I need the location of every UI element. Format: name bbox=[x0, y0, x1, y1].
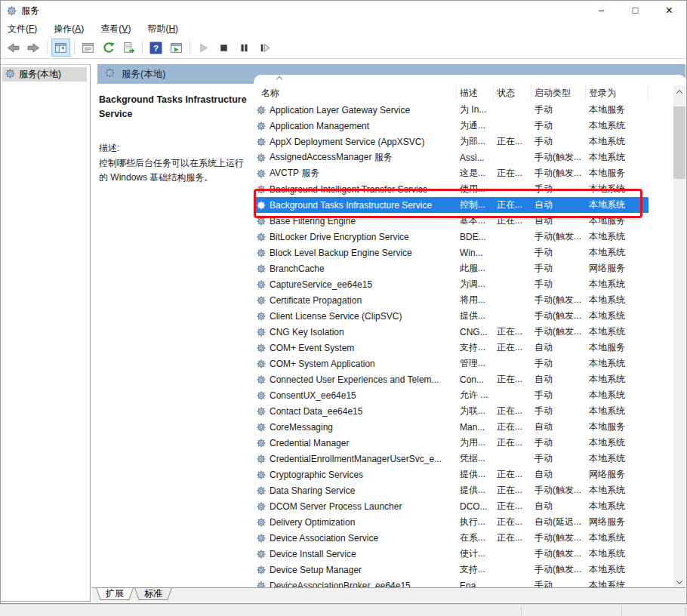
service-name: CredentialEnrollmentManagerUserSvc_e... bbox=[270, 454, 442, 464]
service-row[interactable]: ConsentUX_ee64e15允许 ...手动本地系统 bbox=[254, 387, 648, 403]
service-row[interactable]: Data Sharing Service提供...正在...手动(触发...本地… bbox=[254, 482, 648, 498]
tab-standard[interactable]: 标准 bbox=[140, 588, 166, 600]
service-row[interactable]: Certificate Propagation将用...手动(触发...本地系统 bbox=[254, 292, 648, 308]
service-row[interactable]: Application Management为通...手动本地系统 bbox=[254, 118, 648, 134]
tree-item-services-local[interactable]: 服务(本地) bbox=[2, 67, 87, 82]
service-logon: 本地服务 bbox=[586, 103, 648, 116]
service-row[interactable]: Device Install Service使计...手动(触发...本地系统 bbox=[254, 546, 648, 562]
service-status: 正在... bbox=[494, 436, 531, 449]
service-name: Application Management bbox=[270, 121, 369, 131]
service-logon: 本地系统 bbox=[586, 436, 648, 449]
window-title: 服务 bbox=[21, 5, 39, 17]
service-logon: 本地系统 bbox=[586, 294, 648, 306]
service-row[interactable]: Application Layer Gateway Service为 In...… bbox=[254, 102, 648, 118]
service-startup: 自动 bbox=[531, 214, 586, 227]
minimize-button[interactable]: – bbox=[584, 1, 618, 20]
service-row[interactable]: CNG Key IsolationCNG...正在...手动(触发...本地系统 bbox=[254, 324, 648, 340]
service-gear-icon bbox=[257, 486, 266, 495]
restart-service-icon[interactable] bbox=[255, 38, 274, 57]
service-row[interactable]: Device Setup Manager支持...手动(触发...本地系统 bbox=[254, 562, 648, 578]
service-row[interactable]: DeviceAssociationBroker_ee64e15Ena...手动本… bbox=[254, 578, 648, 588]
service-row[interactable]: COM+ System Application管理...手动本地系统 bbox=[254, 356, 648, 371]
service-row[interactable]: Device Association Service在系...正在...手动(触… bbox=[254, 530, 648, 546]
service-row[interactable]: CoreMessagingMan...正在...自动本地服务 bbox=[254, 419, 648, 435]
menu-help[interactable]: 帮助(H) bbox=[147, 23, 178, 35]
service-row[interactable]: BranchCache此服...手动网络服务 bbox=[254, 260, 648, 276]
service-logon: 本地系统 bbox=[586, 135, 648, 148]
column-header-logon[interactable]: 登录为 bbox=[586, 85, 648, 100]
service-startup: 手动 bbox=[531, 246, 586, 259]
scroll-up-button[interactable] bbox=[673, 85, 685, 98]
service-logon: 本地服务 bbox=[586, 420, 648, 433]
column-header-startup[interactable]: 启动类型 bbox=[531, 85, 586, 100]
service-gear-icon bbox=[257, 201, 266, 210]
service-row[interactable]: AVCTP 服务这是...正在...手动(触发...本地服务 bbox=[254, 165, 648, 181]
refresh-icon[interactable] bbox=[99, 38, 118, 57]
service-row[interactable]: CaptureService_ee64e15为调...手动本地系统 bbox=[254, 276, 648, 292]
service-startup: 手动(触发... bbox=[531, 563, 586, 576]
service-desc: 使计... bbox=[457, 547, 494, 560]
vertical-scrollbar[interactable] bbox=[673, 85, 685, 588]
column-header-status[interactable]: 状态 bbox=[494, 85, 531, 100]
service-row[interactable]: DCOM Server Process LauncherDCO...正在...自… bbox=[254, 498, 648, 514]
service-row[interactable]: Block Level Backup Engine ServiceWin...手… bbox=[254, 245, 648, 260]
service-logon: 本地系统 bbox=[586, 278, 648, 291]
menu-file[interactable]: 文件(F) bbox=[8, 23, 37, 35]
service-row[interactable]: Client License Service (ClipSVC)提供...手动(… bbox=[254, 308, 648, 324]
menu-action[interactable]: 操作(A) bbox=[54, 23, 84, 35]
extended-view-icon[interactable] bbox=[167, 38, 186, 57]
service-logon: 本地系统 bbox=[586, 500, 648, 513]
service-status: 正在... bbox=[494, 214, 531, 227]
stop-service-icon[interactable] bbox=[214, 38, 233, 57]
service-row[interactable]: Background Tasks Infrastructure Service控… bbox=[254, 197, 648, 213]
close-button[interactable]: × bbox=[652, 1, 686, 20]
service-startup: 自动 bbox=[531, 373, 586, 386]
service-startup: 自动 bbox=[531, 341, 586, 354]
service-row[interactable]: Credential Manager为用...正在...手动本地系统 bbox=[254, 435, 648, 451]
service-logon: 本地系统 bbox=[586, 151, 648, 164]
service-row[interactable]: Base Filtering Engine基本...正在...自动本地服务 bbox=[254, 213, 648, 229]
service-startup: 手动(触发... bbox=[531, 531, 586, 544]
column-header-desc[interactable]: 描述 bbox=[457, 85, 494, 100]
list-column-headers: 名称描述状态启动类型登录为 bbox=[254, 84, 648, 102]
console-tree-icon[interactable] bbox=[51, 38, 70, 57]
service-row[interactable]: CredentialEnrollmentManagerUserSvc_e...凭… bbox=[254, 451, 648, 467]
service-gear-icon bbox=[257, 454, 266, 464]
service-row[interactable]: Connected User Experiences and Telem...C… bbox=[254, 371, 648, 387]
service-row[interactable]: AssignedAccessManager 服务Assi...手动(触发...本… bbox=[254, 149, 648, 165]
service-name-cell: Certificate Propagation bbox=[254, 295, 457, 306]
tree-item-label: 服务(本地) bbox=[19, 68, 61, 81]
forward-icon[interactable] bbox=[24, 38, 43, 57]
service-row[interactable]: Contact Data_ee64e15为联...正在...手动本地系统 bbox=[254, 403, 648, 419]
start-service-icon[interactable] bbox=[194, 38, 213, 57]
menu-view[interactable]: 查看(V) bbox=[100, 23, 131, 35]
tab-extended[interactable]: 扩展 bbox=[102, 588, 128, 600]
service-row[interactable]: Background Intelligent Transfer Service使… bbox=[254, 181, 648, 197]
service-row[interactable]: BitLocker Drive Encryption ServiceBDE...… bbox=[254, 229, 648, 245]
service-desc: 为 In... bbox=[457, 103, 494, 116]
service-name: Client License Service (ClipSVC) bbox=[270, 311, 402, 322]
service-row[interactable]: Cryptographic Services提供...正在...自动网络服务 bbox=[254, 467, 648, 482]
maximize-button[interactable]: □ bbox=[618, 1, 652, 20]
service-name: Device Install Service bbox=[270, 549, 356, 559]
service-row[interactable]: Delivery Optimization执行...正在...自动(延迟...网… bbox=[254, 514, 648, 530]
service-desc: 提供... bbox=[457, 484, 494, 497]
service-row[interactable]: AppX Deployment Service (AppXSVC)为部...正在… bbox=[254, 134, 648, 149]
scroll-down-button[interactable] bbox=[673, 575, 685, 588]
pause-service-icon[interactable] bbox=[235, 38, 254, 57]
properties-icon[interactable] bbox=[79, 38, 97, 57]
service-status: 正在... bbox=[494, 484, 531, 497]
scrollbar-thumb[interactable] bbox=[673, 106, 685, 179]
service-desc: 管理... bbox=[457, 357, 494, 370]
service-gear-icon bbox=[257, 312, 266, 321]
column-header-name[interactable]: 名称 bbox=[254, 85, 457, 100]
export-list-icon[interactable] bbox=[119, 38, 138, 57]
service-gear-icon bbox=[257, 328, 266, 337]
help-icon[interactable]: ? bbox=[146, 38, 165, 57]
service-name: ConsentUX_ee64e15 bbox=[270, 390, 356, 401]
tab-label: 标准 bbox=[144, 588, 162, 599]
service-startup: 手动 bbox=[531, 357, 586, 370]
service-row[interactable]: COM+ Event System支持...正在...自动本地服务 bbox=[254, 340, 648, 356]
back-icon[interactable] bbox=[4, 38, 23, 57]
service-status: 正在... bbox=[494, 341, 531, 354]
